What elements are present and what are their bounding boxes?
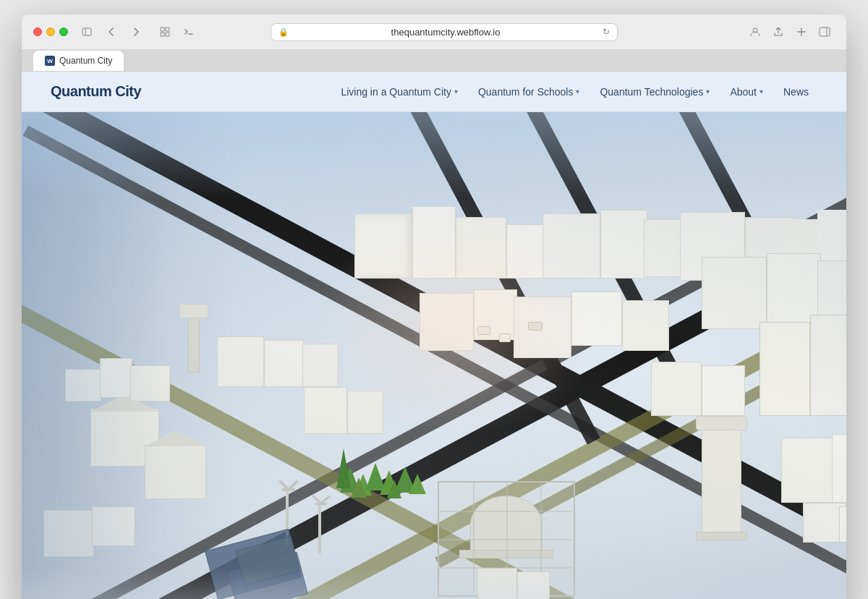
building-ml-2 [264,340,304,387]
nav-chevron-schools: ▾ [576,88,579,95]
nav-item-news[interactable]: News [775,82,817,102]
chess-tower-base [696,532,747,540]
house-left-2-roof [145,430,206,446]
building-bot-1 [477,568,517,599]
building-6 [600,210,647,279]
svg-rect-0 [82,28,91,35]
building-fl-1 [43,510,94,557]
building-rm-2 [702,365,745,416]
share-icon[interactable] [768,22,788,42]
sidebar-right-icon[interactable] [814,22,835,42]
building-ml-3 [302,344,339,387]
building-fl-2 [92,506,135,546]
building-sl-2 [100,358,132,398]
water-tower-pole [188,315,200,373]
building-tr-2 [817,210,846,264]
close-button[interactable] [33,27,42,36]
url-text: thequantumcity.webflow.io [293,27,598,38]
browser-nav-controls [77,22,146,42]
browser-chrome: 🔒 thequantumcity.webflow.io ↻ [22,14,846,72]
building-c-5 [622,300,669,351]
extensions-icon[interactable] [155,22,175,42]
active-tab[interactable]: W Quantum City [33,51,124,71]
building-5 [542,213,600,279]
building-fr-1 [760,322,810,416]
chess-tower [702,423,741,539]
building-br-2 [839,506,846,543]
maximize-button[interactable] [59,27,68,36]
building-far-right-1 [781,438,839,503]
building-fr-2 [810,315,846,416]
building-c-1 [420,293,474,351]
sidebar-toggle-icon[interactable] [77,22,97,42]
building-ml-1 [217,336,264,387]
browser-window: 🔒 thequantumcity.webflow.io ↻ [22,14,846,599]
city-scene [22,112,846,599]
profile-icon[interactable] [745,22,765,42]
building-mr-1 [702,257,767,329]
nav-chevron-about: ▾ [760,88,763,95]
house-left-2 [145,445,206,499]
minimize-button[interactable] [46,27,55,36]
turbine-pole-2 [318,503,321,553]
vehicle-3 [528,322,542,331]
nav-item-schools[interactable]: Quantum for Schools ▾ [469,82,589,102]
site-logo[interactable]: Quantum City [51,83,141,100]
address-bar[interactable]: 🔒 thequantumcity.webflow.io ↻ [271,23,618,41]
browser-action-buttons [745,22,835,42]
lock-icon: 🔒 [278,27,289,37]
building-7 [644,219,684,277]
building-1 [354,213,412,279]
traffic-lights [33,27,68,36]
water-tower-tank [179,304,208,318]
nav-item-about[interactable]: About ▾ [721,82,772,102]
building-c-4 [571,292,622,346]
tall-tree [336,449,351,488]
nav-chevron-technologies: ▾ [706,88,710,95]
building-4 [506,224,546,279]
nav-chevron-living: ▾ [454,88,458,95]
building-3 [456,217,506,279]
building-c-3 [514,297,571,358]
tree-8 [387,480,401,498]
tab-bar: W Quantum City [22,49,846,71]
building-lc-1 [304,387,347,434]
tree-7 [351,477,367,498]
building-2 [412,206,456,279]
building-lc-2 [347,391,383,434]
building-far-right-2 [832,434,846,503]
svg-rect-3 [820,27,830,36]
building-bot-2 [517,572,550,599]
building-sl-3 [130,365,170,402]
nav-item-technologies[interactable]: Quantum Technologies ▾ [591,82,718,102]
browser-titlebar: 🔒 thequantumcity.webflow.io ↻ [22,14,846,49]
building-sl-1 [65,369,101,402]
tab-title: Quantum City [59,56,112,66]
reload-icon[interactable]: ↻ [603,27,610,37]
forward-button[interactable] [126,22,146,42]
vehicle-1 [477,326,490,335]
back-button[interactable] [101,22,122,42]
tab-favicon: W [45,56,55,66]
new-tab-icon[interactable] [791,22,812,42]
devtools-icon[interactable] [179,22,200,42]
vehicle-2 [499,334,511,342]
site-navigation: Quantum City Living in a Quantum City ▾ … [22,72,846,112]
nav-menu: Living in a Quantum City ▾ Quantum for S… [332,82,817,102]
chess-tower-top [696,416,747,430]
building-rm-1 [651,362,702,416]
website-content: Quantum City Living in a Quantum City ▾ … [22,72,846,599]
tree-6 [409,474,426,494]
hero-image [22,112,846,599]
nav-item-living[interactable]: Living in a Quantum City ▾ [332,82,467,102]
